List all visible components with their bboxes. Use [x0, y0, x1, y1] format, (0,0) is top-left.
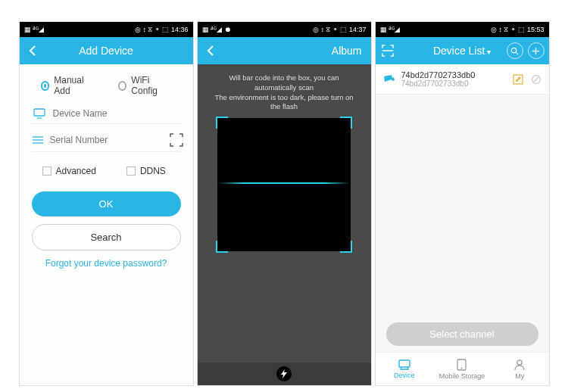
list-icon [32, 135, 44, 145]
screen-scan: ▦ ⁴ᴳ◢ ⏺ ◎ ↕ ⧖ ⚬ ⬚ 14:37 Album Will bar c… [197, 21, 372, 386]
tab-device-label: Device [394, 372, 415, 379]
screen-device-list: ▦ ⁴ᴳ◢ ◎ ↕ ⧖ ⚬ ⬚ 15:53 Device List [375, 21, 550, 386]
add-button[interactable] [528, 42, 545, 59]
scan-corner-icon [216, 117, 228, 129]
scan-corner-icon [216, 241, 228, 253]
field-serial-number[interactable] [32, 129, 181, 152]
chevron-left-icon [29, 45, 36, 56]
scan-corner-icon [340, 117, 352, 129]
checkbox-icon [42, 166, 51, 176]
back-button[interactable] [198, 45, 223, 56]
tab-device[interactable]: Device [376, 353, 433, 385]
checkbox-icon [126, 166, 136, 176]
device-row[interactable]: 74bd2d7702733db0 74bd2d7702733db0 [376, 64, 549, 95]
scan-qr-button[interactable] [382, 45, 394, 57]
camera-icon [383, 75, 395, 84]
svg-line-7 [516, 52, 518, 54]
radio-dot-selected-icon [41, 81, 50, 91]
svg-point-15 [461, 367, 463, 369]
status-bar: ▦ ⁴ᴳ◢ ⏺ ◎ ↕ ⧖ ⚬ ⬚ 14:37 [198, 22, 371, 37]
svg-point-16 [517, 359, 522, 364]
tab-my-label: My [515, 372, 524, 380]
radio-manual-add[interactable]: Manual Add [41, 75, 95, 96]
device-sub: 74bd2d7702733db0 [401, 79, 513, 88]
scan-viewport [217, 118, 351, 251]
tab-my[interactable]: My [491, 353, 548, 385]
device-name-input[interactable] [53, 108, 181, 119]
ok-button[interactable]: OK [32, 191, 181, 216]
status-left: ▦ ⁴ᴳ◢ [24, 26, 45, 33]
svg-point-6 [511, 48, 516, 52]
svg-line-12 [533, 76, 539, 82]
flash-toggle[interactable] [198, 362, 371, 385]
status-bar: ▦ ⁴ᴳ◢ ◎ ↕ ⧖ ⚬ ⬚ 15:53 [376, 22, 549, 37]
select-channel-button[interactable]: Select channel [386, 322, 538, 346]
screen-add-device: ▦ ⁴ᴳ◢ ◎ ↕ ⧖ ⚬ ⬚ 14:36 Add Device Manual … [19, 21, 194, 386]
radio-manual-label: Manual Add [54, 75, 95, 96]
status-left: ▦ ⁴ᴳ◢ [380, 26, 401, 33]
status-right: ◎ ↕ ⧖ ⚬ ⬚ 14:37 [313, 26, 367, 34]
checkbox-ddns-label: DDNS [140, 166, 166, 176]
radio-wifi-config[interactable]: WiFi Config [118, 75, 172, 96]
radio-wifi-label: WiFi Config [131, 75, 171, 96]
forgot-password-link[interactable]: Forgot your device password? [32, 258, 181, 269]
disable-icon[interactable] [531, 74, 541, 85]
checkbox-advanced-label: Advanced [56, 166, 96, 176]
hint-line1: Will bar code into the box, you can auto… [210, 73, 359, 93]
device-tab-icon [398, 359, 411, 370]
chevron-left-icon [207, 45, 214, 56]
back-button[interactable] [20, 45, 45, 56]
svg-rect-13 [399, 360, 410, 367]
navbar: Add Device [20, 37, 193, 64]
radio-dot-icon [118, 81, 127, 91]
status-bar: ▦ ⁴ᴳ◢ ◎ ↕ ⧖ ⚬ ⬚ 14:36 [20, 22, 193, 37]
hint-line2: The environment is too dark, please turn… [210, 93, 359, 113]
search-button[interactable]: Search [32, 224, 181, 250]
tab-bar: Device Mobile Storage My [376, 352, 549, 385]
checkbox-ddns[interactable]: DDNS [126, 166, 166, 176]
qr-scan-button[interactable] [170, 133, 183, 147]
tab-storage-label: Mobile Storage [439, 372, 485, 380]
navbar: Device List [376, 37, 549, 64]
page-title: Add Device [20, 45, 193, 57]
field-device-name[interactable] [32, 104, 181, 124]
scan-hint: Will bar code into the box, you can auto… [198, 64, 371, 117]
storage-tab-icon [457, 359, 467, 371]
album-button[interactable]: Album [332, 45, 362, 57]
user-tab-icon [514, 359, 525, 371]
serial-number-input[interactable] [50, 135, 164, 145]
svg-rect-0 [34, 109, 45, 116]
scan-line-icon [217, 182, 351, 184]
tab-mobile-storage[interactable]: Mobile Storage [433, 353, 491, 385]
flash-icon [276, 366, 292, 381]
search-icon-button[interactable] [507, 42, 523, 59]
edit-icon[interactable] [513, 74, 523, 85]
monitor-icon [32, 108, 47, 119]
status-right: ◎ ↕ ⧖ ⚬ ⬚ 15:53 [491, 26, 545, 34]
checkbox-advanced[interactable]: Advanced [42, 166, 96, 176]
scan-corner-icon [340, 241, 352, 253]
navbar: Album [198, 37, 371, 64]
status-right: ◎ ↕ ⧖ ⚬ ⬚ 14:36 [135, 26, 189, 34]
status-left: ▦ ⁴ᴳ◢ ⏺ [202, 26, 231, 33]
device-id: 74bd2d7702733db0 [401, 70, 513, 79]
